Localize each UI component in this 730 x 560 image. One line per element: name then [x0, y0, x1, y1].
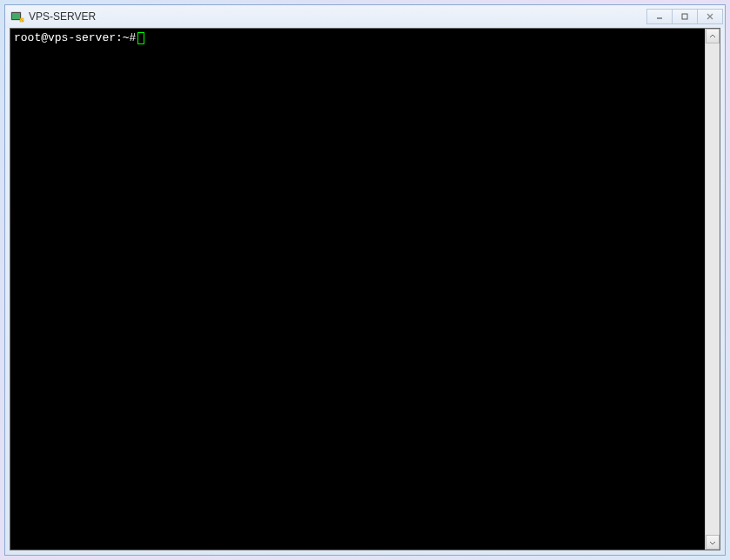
scroll-up-button[interactable]: [706, 29, 720, 43]
shell-prompt: root@vps-server:~#: [14, 31, 136, 44]
terminal-cursor: [137, 32, 144, 44]
putty-icon: [10, 10, 24, 23]
chevron-up-icon: [709, 33, 716, 40]
svg-rect-5: [682, 14, 687, 19]
scroll-track[interactable]: [706, 43, 720, 535]
putty-window: VPS-SERVER root@vps-serv: [4, 4, 726, 556]
maximize-button[interactable]: [672, 9, 698, 24]
scroll-down-button[interactable]: [706, 535, 720, 550]
svg-rect-1: [12, 13, 20, 19]
vertical-scrollbar[interactable]: [705, 29, 720, 550]
close-button[interactable]: [697, 9, 723, 24]
titlebar[interactable]: VPS-SERVER: [5, 5, 725, 28]
terminal-container: root@vps-server:~#: [10, 28, 720, 550]
minimize-button[interactable]: [646, 9, 673, 24]
window-controls: [647, 9, 723, 24]
minimize-icon: [655, 12, 664, 21]
terminal[interactable]: root@vps-server:~#: [10, 29, 705, 550]
maximize-icon: [680, 12, 689, 21]
prompt-line: root@vps-server:~#: [14, 31, 701, 44]
chevron-down-icon: [709, 539, 716, 546]
close-icon: [706, 12, 714, 21]
window-title: VPS-SERVER: [29, 10, 647, 23]
